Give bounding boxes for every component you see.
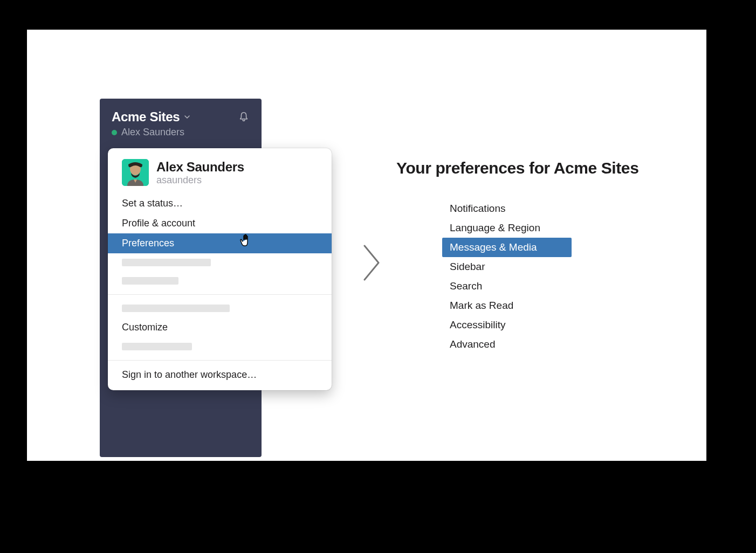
- menu-placeholder: [108, 272, 332, 290]
- pref-item-mark-as-read[interactable]: Mark as Read: [442, 296, 572, 315]
- pref-item-accessibility[interactable]: Accessibility: [442, 315, 572, 335]
- menu-profile-account[interactable]: Profile & account: [108, 213, 332, 233]
- menu-preferences[interactable]: Preferences: [108, 233, 332, 253]
- cursor-hand-icon: [239, 233, 253, 250]
- pref-item-sidebar[interactable]: Sidebar: [442, 257, 572, 276]
- menu-divider: [108, 360, 332, 361]
- preferences-title: Your preferences for Acme Sites: [396, 159, 666, 177]
- menu-set-status[interactable]: Set a status…: [108, 193, 332, 213]
- presence-row: Alex Saunders: [112, 127, 250, 138]
- menu-customize[interactable]: Customize: [108, 317, 332, 337]
- pref-item-search[interactable]: Search: [442, 276, 572, 296]
- preferences-nav-list: Notifications Language & Region Messages…: [442, 199, 666, 354]
- pref-item-notifications[interactable]: Notifications: [442, 199, 572, 218]
- chevron-down-icon: [184, 114, 190, 120]
- sidebar-header[interactable]: Acme Sites Alex Saunders: [100, 99, 262, 144]
- presence-indicator-icon: [112, 130, 117, 135]
- bell-icon[interactable]: [238, 111, 250, 123]
- workspace-name: Acme Sites: [112, 109, 180, 125]
- preferences-panel: Your preferences for Acme Sites Notifica…: [396, 159, 666, 354]
- current-user-name: Alex Saunders: [121, 127, 184, 138]
- menu-placeholder: [108, 253, 332, 272]
- pref-item-messages-media[interactable]: Messages & Media: [442, 238, 572, 257]
- avatar: [122, 159, 149, 186]
- profile-full-name: Alex Saunders: [156, 160, 244, 175]
- workspace-menu-dropdown: Alex Saunders asaunders Set a status… Pr…: [108, 148, 332, 390]
- menu-preferences-label: Preferences: [122, 238, 174, 248]
- profile-handle: asaunders: [156, 175, 244, 186]
- menu-sign-in-another[interactable]: Sign in to another workspace…: [108, 365, 332, 390]
- chevron-right-icon: [361, 243, 383, 283]
- profile-header[interactable]: Alex Saunders asaunders: [108, 148, 332, 193]
- pref-item-advanced[interactable]: Advanced: [442, 335, 572, 354]
- menu-divider: [108, 294, 332, 295]
- illustration-canvas: Acme Sites Alex Saunders: [27, 30, 706, 461]
- pref-item-language-region[interactable]: Language & Region: [442, 218, 572, 238]
- menu-placeholder: [108, 299, 332, 317]
- menu-placeholder: [108, 337, 332, 356]
